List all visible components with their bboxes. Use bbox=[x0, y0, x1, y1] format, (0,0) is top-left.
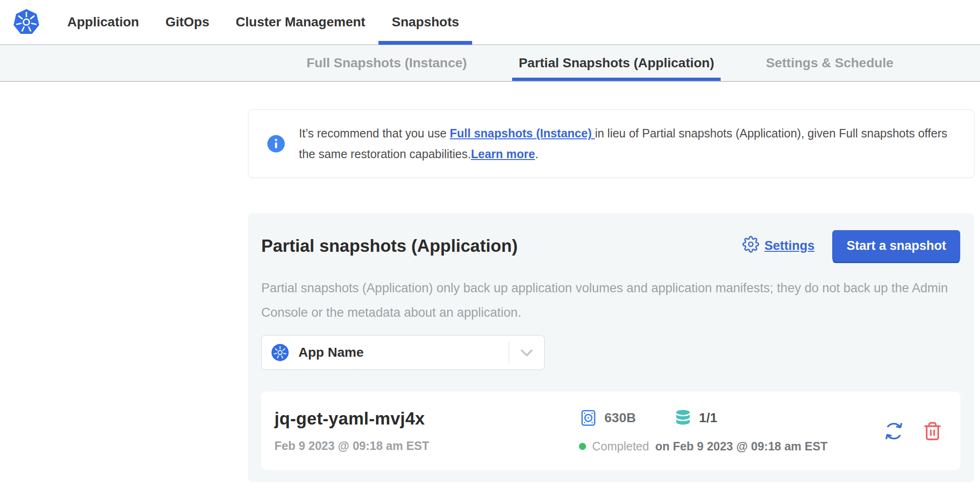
full-snapshots-link[interactable]: Full snapshots (Instance) bbox=[450, 127, 595, 140]
banner-text: It’s recommend that you use Full snapsho… bbox=[299, 123, 955, 164]
snapshot-size-stat: 630B bbox=[579, 409, 636, 427]
snapshots-subnav: Full Snapshots (Instance) Partial Snapsh… bbox=[0, 45, 980, 82]
main-content: It’s recommend that you use Full snapsho… bbox=[248, 109, 974, 482]
status-dot-icon bbox=[579, 443, 586, 450]
snapshot-name: jq-get-yaml-mvj4x bbox=[274, 409, 579, 429]
snapshot-stats: 630B 1/1 bbox=[579, 409, 883, 453]
nav-item-application[interactable]: Application bbox=[54, 0, 152, 45]
kubernetes-app-icon bbox=[271, 344, 289, 361]
kubernetes-logo-icon bbox=[13, 8, 40, 36]
tab-partial-snapshots[interactable]: Partial Snapshots (Application) bbox=[512, 45, 721, 81]
gear-icon bbox=[742, 236, 759, 256]
tab-full-snapshots[interactable]: Full Snapshots (Instance) bbox=[300, 45, 474, 81]
settings-link-label: Settings bbox=[764, 239, 815, 253]
snapshot-volumes-stat: 1/1 bbox=[674, 409, 717, 427]
database-icon bbox=[674, 409, 692, 427]
status-badge: Completed bbox=[592, 440, 649, 453]
nav-item-cluster-management[interactable]: Cluster Management bbox=[223, 0, 378, 45]
app-select-value: App Name bbox=[298, 345, 509, 360]
app-name-select[interactable]: App Name bbox=[261, 335, 545, 370]
snapshot-completed-timestamp: on Feb 9 2023 @ 09:18 am EST bbox=[655, 440, 827, 453]
delete-snapshot-button[interactable] bbox=[923, 421, 942, 441]
start-snapshot-button[interactable]: Start a snapshot bbox=[832, 230, 960, 262]
panel-header: Partial snapshots (Application) Settings… bbox=[261, 230, 960, 262]
partial-snapshots-panel: Partial snapshots (Application) Settings… bbox=[248, 213, 974, 482]
panel-description: Partial snapshots (Application) only bac… bbox=[261, 276, 960, 325]
tab-settings-schedule[interactable]: Settings & Schedule bbox=[759, 45, 900, 81]
snapshot-row: jq-get-yaml-mvj4x Feb 9 2023 @ 09:18 am … bbox=[261, 392, 960, 470]
info-banner: It’s recommend that you use Full snapsho… bbox=[248, 109, 974, 178]
snapshot-actions bbox=[883, 420, 951, 442]
snapshot-settings-link[interactable]: Settings bbox=[742, 236, 815, 256]
delete-icon bbox=[923, 435, 942, 442]
snapshot-status-line: Completed on Feb 9 2023 @ 09:18 am EST bbox=[579, 440, 883, 453]
snapshot-info: jq-get-yaml-mvj4x Feb 9 2023 @ 09:18 am … bbox=[274, 409, 579, 453]
banner-text-before: It’s recommend that you use bbox=[299, 127, 450, 140]
chevron-down-icon bbox=[509, 343, 544, 362]
disk-icon bbox=[579, 409, 598, 427]
snapshot-started-timestamp: Feb 9 2023 @ 09:18 am EST bbox=[274, 439, 579, 453]
restore-snapshot-button[interactable] bbox=[883, 420, 905, 442]
nav-item-gitops[interactable]: GitOps bbox=[152, 0, 222, 45]
snapshot-size-value: 630B bbox=[604, 410, 636, 425]
restore-icon bbox=[883, 436, 905, 443]
page-title: Partial snapshots (Application) bbox=[261, 236, 742, 256]
top-nav: Application GitOps Cluster Management Sn… bbox=[0, 0, 980, 45]
info-icon bbox=[267, 135, 285, 152]
learn-more-link[interactable]: Learn more bbox=[471, 147, 535, 160]
snapshot-volumes-value: 1/1 bbox=[699, 410, 717, 425]
nav-item-snapshots[interactable]: Snapshots bbox=[378, 0, 472, 45]
banner-text-after: . bbox=[535, 147, 538, 160]
